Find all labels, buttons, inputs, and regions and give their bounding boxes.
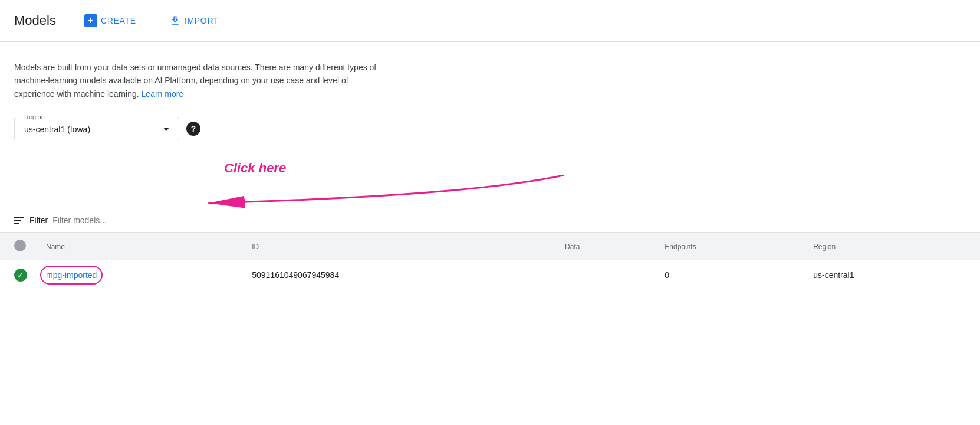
click-here-annotation: Click here [224,161,286,176]
region-select[interactable]: Region us-central1 (Iowa) [14,117,179,140]
import-button[interactable]: IMPORT [160,10,228,31]
region-value-row: us-central1 (Iowa) [24,123,169,134]
page-header: Models + CREATE IMPORT [0,0,980,42]
row-name-cell: mpg-imported [37,260,242,290]
description-text: Models are built from your data sets or … [14,61,387,100]
chevron-down-icon [163,128,169,131]
learn-more-link[interactable]: Learn more [142,89,184,99]
annotation-container: Click here [0,155,980,208]
region-select-wrapper: Region us-central1 (Iowa) ? [14,117,966,140]
col-data: Data [555,233,655,260]
region-value: us-central1 (Iowa) [24,125,90,134]
col-endpoints: Endpoints [655,233,804,260]
filter-line-1 [14,217,24,218]
row-id-cell: 5091161049067945984 [242,260,555,290]
annotation-arrow [0,155,980,208]
row-endpoints-cell: 0 [655,260,804,290]
help-icon[interactable]: ? [186,122,200,136]
models-table: Name ID Data Endpoints Region ✓ mpg-impo… [0,233,980,290]
table-body: ✓ mpg-imported 5091161049067945984 – 0 u… [0,260,980,290]
col-name: Name [37,233,242,260]
filter-icon-group[interactable]: Filter [14,215,48,225]
table-row[interactable]: ✓ mpg-imported 5091161049067945984 – 0 u… [0,260,980,290]
row-region-cell: us-central1 [804,260,980,290]
filter-line-2 [14,220,21,221]
col-region: Region [804,233,980,260]
status-check-icon: ✓ [14,269,27,282]
create-label: CREATE [101,16,136,25]
region-section: Region us-central1 (Iowa) ? [0,112,980,155]
description-section: Models are built from your data sets or … [0,42,401,112]
filter-label: Filter [29,215,48,225]
col-id: ID [242,233,555,260]
table-header-row: Name ID Data Endpoints Region [0,233,980,260]
filter-input[interactable] [52,215,170,225]
import-label: IMPORT [185,16,219,25]
table-header: Name ID Data Endpoints Region [0,233,980,260]
model-name-circled: mpg-imported [46,270,97,280]
row-data-cell: – [555,260,655,290]
status-header-icon [14,240,26,251]
create-icon: + [84,14,97,27]
create-button[interactable]: + CREATE [75,9,146,32]
filter-bar: Filter [0,208,980,233]
region-label: Region [22,113,47,120]
filter-line-3 [14,223,19,224]
filter-lines-icon [14,217,24,224]
row-status-cell: ✓ [0,260,37,290]
col-status [0,233,37,260]
page-title: Models [14,13,56,28]
model-name-link[interactable]: mpg-imported [46,270,97,280]
import-icon [169,15,181,27]
